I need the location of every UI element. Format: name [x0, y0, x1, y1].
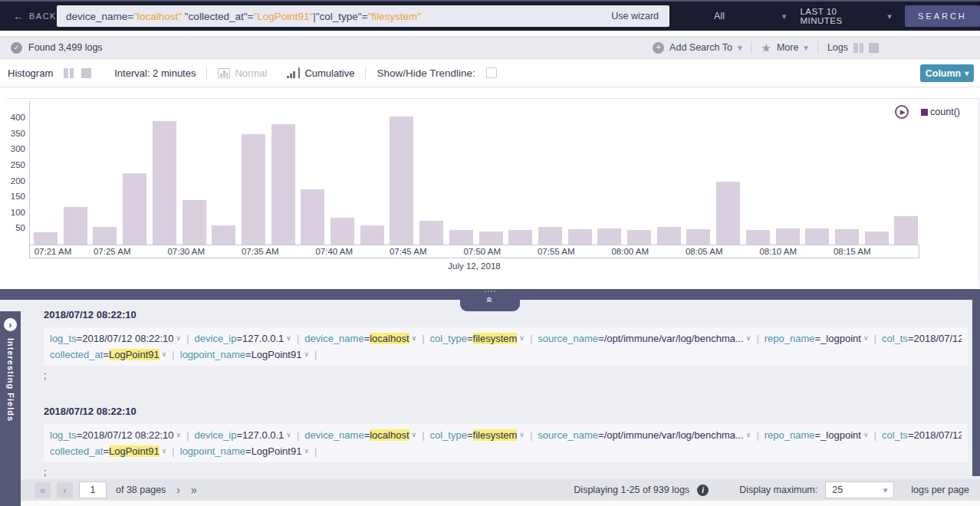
- add-search-to-label: Add Search To: [669, 42, 732, 53]
- last-page-button[interactable]: »: [191, 484, 197, 496]
- histogram-bar[interactable]: [153, 121, 176, 245]
- histogram-split-toggle-icon[interactable]: [64, 68, 74, 78]
- histogram-bar[interactable]: [716, 182, 740, 245]
- add-search-to-button[interactable]: + Add Search To ▾: [653, 42, 742, 54]
- field-dropdown-icon[interactable]: ∨: [286, 334, 291, 342]
- field-dropdown-icon[interactable]: ∨: [304, 350, 309, 358]
- histogram-bar[interactable]: [865, 232, 889, 245]
- field-dropdown-icon[interactable]: ∨: [176, 334, 182, 342]
- log-field-logpoint_name[interactable]: logpoint_name=LogPoint91∨: [180, 349, 309, 360]
- display-maximum-select[interactable]: 25 ▾: [825, 481, 894, 498]
- log-field-col_type[interactable]: col_type=filesystem∨: [430, 333, 525, 344]
- log-field-col_type[interactable]: col_type=filesystem∨: [430, 429, 525, 441]
- log-field-device_name[interactable]: device_name=localhost∨: [304, 333, 416, 344]
- x-axis-tick-label: 08:10 AM: [759, 247, 797, 256]
- field-dropdown-icon[interactable]: ∨: [176, 431, 182, 439]
- scrollbar[interactable]: [972, 300, 980, 476]
- field-dropdown-icon[interactable]: ∨: [746, 431, 751, 439]
- log-field-repo_name[interactable]: repo_name=_logpoint∨: [765, 333, 869, 344]
- scope-dropdown[interactable]: All ▾: [714, 11, 786, 21]
- normal-mode-button[interactable]: Normal: [235, 67, 267, 79]
- histogram-bar[interactable]: [508, 230, 532, 245]
- chevron-down-icon: ▾: [965, 70, 968, 77]
- trendline-checkbox[interactable]: [486, 67, 497, 78]
- divider: [751, 41, 751, 54]
- histogram-bar[interactable]: [271, 124, 295, 245]
- histogram-bar[interactable]: [34, 232, 58, 245]
- histogram-bar[interactable]: [123, 173, 146, 245]
- histogram-bar[interactable]: [805, 228, 829, 245]
- prev-page-button[interactable]: ‹: [57, 482, 73, 498]
- histogram-bar[interactable]: [360, 225, 384, 245]
- field-separator: |: [874, 333, 876, 344]
- histogram-chart: ▶ count() 50100150200250300350400 07:21 …: [0, 87, 980, 289]
- field-dropdown-icon[interactable]: ∨: [519, 334, 525, 342]
- log-field-log_ts[interactable]: log_ts=2018/07/12 08:22:10∨: [50, 429, 181, 441]
- field-dropdown-icon[interactable]: ∨: [412, 431, 417, 439]
- page-number-input[interactable]: [79, 481, 107, 498]
- histogram-bar[interactable]: [242, 134, 265, 245]
- x-axis: 07:21 AM07:25 AM07:30 AM07:35 AM07:40 AM…: [29, 245, 919, 258]
- histogram-bar[interactable]: [212, 225, 235, 245]
- info-icon[interactable]: i: [697, 485, 709, 496]
- interesting-fields-panel[interactable]: › Interesting Fields: [0, 311, 21, 506]
- first-page-button[interactable]: «: [35, 482, 51, 498]
- y-axis-tick-label: 300: [0, 144, 25, 153]
- log-field-col_ts[interactable]: col_ts=2018/07/12 08:22:10∨: [882, 333, 962, 344]
- log-field-device_name[interactable]: device_name=localhost∨: [304, 429, 416, 441]
- histogram-bar[interactable]: [419, 221, 443, 245]
- more-button[interactable]: ★ More ▾: [761, 42, 807, 54]
- field-dropdown-icon[interactable]: ∨: [286, 431, 291, 439]
- histogram-full-toggle-icon[interactable]: [81, 68, 91, 78]
- histogram-bar[interactable]: [686, 229, 710, 245]
- next-page-button[interactable]: ›: [176, 484, 180, 496]
- histogram-bar[interactable]: [746, 230, 770, 245]
- histogram-bar[interactable]: [776, 228, 800, 245]
- log-field-col_ts[interactable]: col_ts=2018/07/12 08:22:10∨: [882, 429, 962, 441]
- search-button[interactable]: SEARCH: [905, 5, 980, 27]
- log-field-collected_at[interactable]: collected_at=LogPoint91∨: [50, 445, 166, 457]
- field-dropdown-icon[interactable]: ∨: [162, 350, 167, 358]
- field-dropdown-icon[interactable]: ∨: [863, 334, 869, 342]
- log-field-log_ts[interactable]: log_ts=2018/07/12 08:22:10∨: [50, 333, 181, 344]
- histogram-bar[interactable]: [93, 227, 117, 245]
- histogram-bar[interactable]: [835, 229, 859, 245]
- divider: [206, 67, 207, 80]
- histogram-bar[interactable]: [479, 232, 503, 245]
- back-button[interactable]: ← BACK: [0, 11, 57, 21]
- histogram-bar[interactable]: [301, 189, 324, 245]
- log-field-repo_name[interactable]: repo_name=_logpoint∨: [765, 429, 869, 441]
- histogram-bar[interactable]: [657, 227, 681, 245]
- field-dropdown-icon[interactable]: ∨: [162, 447, 167, 455]
- full-view-toggle-icon[interactable]: [869, 43, 879, 53]
- field-dropdown-icon[interactable]: ∨: [519, 431, 525, 439]
- log-field-collected_at[interactable]: collected_at=LogPoint91∨: [50, 349, 166, 360]
- field-dropdown-icon[interactable]: ∨: [746, 334, 751, 342]
- histogram-bar[interactable]: [597, 228, 621, 245]
- log-field-device_ip[interactable]: device_ip=127.0.0.1∨: [195, 333, 291, 344]
- search-query-input[interactable]: device_name="localhost" "collected_at"="…: [57, 5, 669, 27]
- log-field-logpoint_name[interactable]: logpoint_name=LogPoint91∨: [180, 445, 309, 457]
- cumulative-mode-button[interactable]: Cumulative: [304, 67, 354, 79]
- field-dropdown-icon[interactable]: ∨: [863, 431, 869, 439]
- log-field-source_name[interactable]: source_name=/opt/immune/var/log/benchma.…: [538, 333, 751, 344]
- x-axis-tick-label: 07:45 AM: [390, 247, 427, 256]
- histogram-bar[interactable]: [390, 117, 413, 245]
- split-view-toggle-icon[interactable]: [853, 43, 863, 53]
- histogram-bar[interactable]: [894, 216, 918, 245]
- collapse-histogram-button[interactable]: «: [460, 289, 520, 311]
- log-field-source_name[interactable]: source_name=/opt/immune/var/log/benchma.…: [538, 429, 751, 441]
- time-range-dropdown[interactable]: LAST 10 MINUTES ▾: [800, 7, 891, 25]
- field-dropdown-icon[interactable]: ∨: [412, 334, 417, 342]
- histogram-bar[interactable]: [183, 200, 206, 245]
- histogram-bar[interactable]: [568, 229, 592, 245]
- column-dropdown-button[interactable]: Column ▾: [920, 64, 974, 82]
- histogram-bar[interactable]: [331, 218, 354, 245]
- field-dropdown-icon[interactable]: ∨: [304, 447, 309, 455]
- log-field-device_ip[interactable]: device_ip=127.0.0.1∨: [195, 429, 291, 441]
- histogram-bar[interactable]: [64, 207, 87, 245]
- histogram-bar[interactable]: [627, 230, 651, 245]
- use-wizard-link[interactable]: Use wizard: [611, 11, 660, 21]
- histogram-bar[interactable]: [449, 230, 473, 245]
- histogram-bar[interactable]: [538, 227, 562, 245]
